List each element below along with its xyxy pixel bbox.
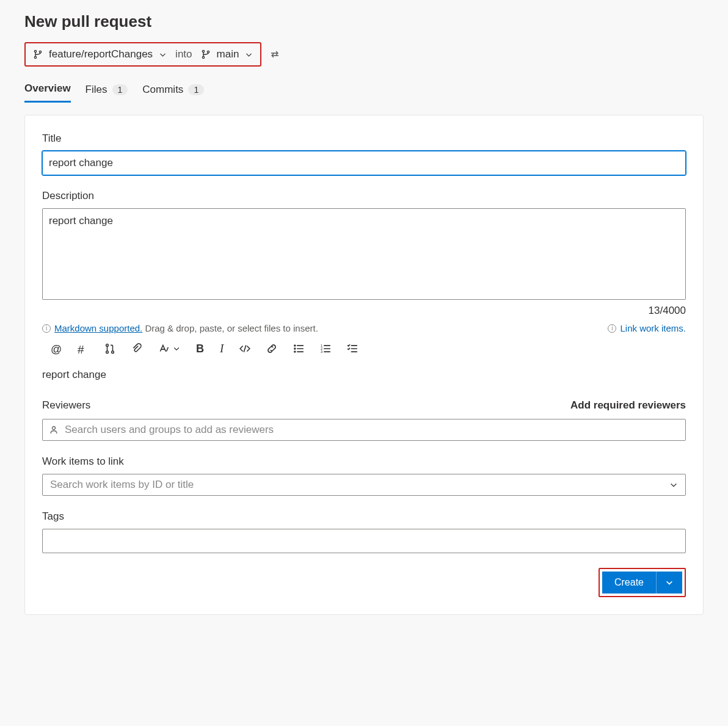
title-field: Title xyxy=(42,132,686,175)
description-field: Description 13/4000 i Markdown supported… xyxy=(42,190,686,381)
svg-point-6 xyxy=(106,344,109,347)
svg-point-1 xyxy=(34,56,36,58)
chevron-down-icon xyxy=(665,578,674,587)
form-footer: Create xyxy=(42,568,686,597)
tab-label: Overview xyxy=(24,82,71,95)
char-count: 13/4000 xyxy=(42,305,686,317)
title-input[interactable] xyxy=(42,151,686,175)
editor-toolbar: @ # B I 123 xyxy=(42,342,686,355)
drag-hint: Drag & drop, paste, or select files to i… xyxy=(142,323,318,333)
pr-icon[interactable] xyxy=(104,343,115,354)
source-branch-selector[interactable]: feature/reportChanges xyxy=(33,48,167,60)
tags-field: Tags xyxy=(42,510,686,553)
checklist-icon[interactable] xyxy=(347,343,358,354)
target-branch-name: main xyxy=(217,48,239,60)
code-icon[interactable] xyxy=(239,343,250,354)
branch-selector-highlight: feature/reportChanges into main xyxy=(24,42,261,67)
svg-point-9 xyxy=(294,345,296,346)
create-button-highlight: Create xyxy=(599,568,686,597)
numbered-list-icon[interactable]: 123 xyxy=(320,343,331,354)
page-title: New pull request xyxy=(24,12,704,31)
svg-point-11 xyxy=(294,351,296,352)
form-panel: Title Description 13/4000 i Markdown sup… xyxy=(24,115,704,615)
branch-icon xyxy=(33,49,43,59)
reviewers-field: Reviewers Add required reviewers xyxy=(42,399,686,441)
svg-point-5 xyxy=(207,51,209,53)
tab-label: Files xyxy=(86,84,107,96)
description-textarea[interactable] xyxy=(42,208,686,300)
into-label: into xyxy=(175,48,192,60)
link-work-items-link[interactable]: Link work items. xyxy=(620,323,686,333)
tabs: Overview Files 1 Commits 1 xyxy=(24,79,704,103)
tags-label: Tags xyxy=(42,510,686,523)
attachment-icon[interactable] xyxy=(131,343,142,354)
reviewers-label: Reviewers xyxy=(42,399,90,412)
description-label: Description xyxy=(42,190,686,202)
chevron-down-icon xyxy=(159,51,167,59)
svg-text:3: 3 xyxy=(321,350,322,354)
svg-point-10 xyxy=(294,348,296,349)
markdown-supported-link[interactable]: Markdown supported. xyxy=(54,323,142,333)
create-button-dropdown[interactable] xyxy=(657,572,682,594)
mention-icon[interactable]: @ xyxy=(51,343,62,354)
title-label: Title xyxy=(42,132,686,145)
info-icon: i xyxy=(608,324,616,333)
branch-icon xyxy=(201,49,211,59)
info-icon: i xyxy=(42,324,51,333)
italic-icon[interactable]: I xyxy=(220,342,224,355)
person-icon xyxy=(49,425,59,435)
reviewers-input-wrap[interactable] xyxy=(42,419,686,441)
tab-commits-badge: 1 xyxy=(188,84,204,95)
target-branch-selector[interactable]: main xyxy=(201,48,253,60)
svg-point-15 xyxy=(53,427,56,430)
source-branch-name: feature/reportChanges xyxy=(49,48,153,60)
work-items-input[interactable] xyxy=(50,479,669,491)
chevron-down-icon[interactable] xyxy=(173,345,180,352)
chevron-down-icon xyxy=(245,51,253,59)
svg-point-0 xyxy=(34,50,36,52)
tags-input[interactable] xyxy=(42,529,686,553)
branch-selector-row: feature/reportChanges into main xyxy=(24,42,704,67)
bullet-list-icon[interactable] xyxy=(293,343,304,354)
svg-point-4 xyxy=(202,56,204,58)
tab-commits[interactable]: Commits 1 xyxy=(142,79,204,103)
tab-files[interactable]: Files 1 xyxy=(86,79,128,103)
reviewers-input[interactable] xyxy=(65,424,679,436)
tab-overview[interactable]: Overview xyxy=(24,79,71,103)
svg-point-8 xyxy=(112,351,114,354)
work-items-dropdown[interactable] xyxy=(42,474,686,496)
description-preview: report change xyxy=(42,369,686,381)
hash-icon[interactable]: # xyxy=(78,343,89,354)
svg-point-2 xyxy=(39,51,41,53)
text-style-icon[interactable] xyxy=(158,343,169,354)
tab-files-badge: 1 xyxy=(112,84,128,95)
add-required-reviewers-link[interactable]: Add required reviewers xyxy=(570,399,686,412)
create-button[interactable]: Create xyxy=(602,572,657,594)
chevron-down-icon xyxy=(669,481,678,489)
work-items-label: Work items to link xyxy=(42,456,686,468)
bold-icon[interactable]: B xyxy=(196,343,204,355)
svg-point-7 xyxy=(106,351,109,354)
description-helper-row: i Markdown supported. Drag & drop, paste… xyxy=(42,323,686,333)
link-icon[interactable] xyxy=(266,343,277,354)
work-items-field: Work items to link xyxy=(42,456,686,496)
svg-point-3 xyxy=(202,50,204,52)
tab-label: Commits xyxy=(142,84,183,96)
swap-branches-icon[interactable] xyxy=(270,49,280,59)
